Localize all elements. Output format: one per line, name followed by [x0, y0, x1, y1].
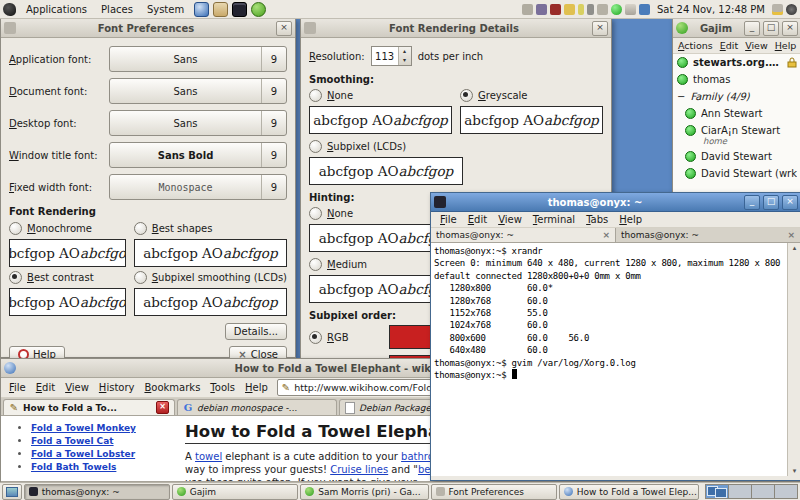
taskbar-item-sam-morris[interactable]: Sam Morris (pri) - Ga...: [300, 484, 428, 500]
close-window-button[interactable]: ×: [782, 195, 798, 210]
rgb-radio[interactable]: RGB: [309, 331, 381, 344]
tab-towel-elephant[interactable]: ✎ How to Fold a To... ×: [3, 399, 175, 415]
menu-edit[interactable]: Edit: [463, 213, 492, 226]
contact-row[interactable]: Ann Stewart: [673, 105, 800, 122]
menu-help[interactable]: Help: [240, 381, 273, 394]
scroll-down-icon[interactable]: ▾: [793, 466, 797, 476]
fixed-width-font-button[interactable]: Monospace 9: [109, 174, 287, 200]
terminal-titlebar[interactable]: thomas@onyx: ~ _ □ ×: [431, 193, 800, 212]
workspace-2[interactable]: [729, 485, 752, 498]
collapse-icon[interactable]: −: [677, 91, 685, 102]
subpixel-smoothing-radio[interactable]: Subpixel smoothing (LCDs): [134, 271, 287, 284]
menu-places[interactable]: Places: [95, 3, 139, 16]
minimize-window-button[interactable]: _: [744, 195, 760, 210]
menu-help[interactable]: Help: [614, 213, 647, 226]
related-link[interactable]: Fold Bath Towels: [31, 462, 116, 472]
terminal-tab-1[interactable]: thomas@onyx: ~ ×: [431, 228, 616, 242]
account-row[interactable]: stewarts.org.uk (1...: [673, 54, 800, 71]
folder-tray-icon[interactable]: [564, 4, 575, 15]
spin-down-icon[interactable]: ▾: [399, 56, 411, 65]
minimize-window-button[interactable]: _: [744, 21, 760, 36]
terminal-output[interactable]: thomas@onyx:~$ xrandr Screen 0: minimum …: [431, 243, 787, 476]
spin-up-icon[interactable]: ▴: [399, 47, 411, 56]
update-manager-icon[interactable]: [251, 2, 266, 17]
gnome-logo-icon[interactable]: [3, 3, 16, 16]
maximize-window-button[interactable]: □: [763, 195, 779, 210]
menu-view[interactable]: View: [493, 213, 527, 226]
menu-history[interactable]: History: [94, 381, 140, 394]
best-shapes-radio[interactable]: Best shapes: [134, 222, 287, 235]
taskbar-item-font-preferences[interactable]: Font Preferences: [431, 484, 557, 500]
document-font-button[interactable]: Sans 9: [109, 78, 287, 104]
terminal-tab-2[interactable]: thomas@onyx: ~ ×: [616, 228, 800, 242]
plug-tray-icon[interactable]: [587, 4, 594, 15]
menu-file[interactable]: File: [4, 381, 31, 394]
taskbar-item-iceweasel[interactable]: How to Fold a Towel Elep...: [559, 484, 699, 500]
workspace-4[interactable]: [775, 485, 797, 498]
menu-bookmarks[interactable]: Bookmarks: [139, 381, 205, 394]
tab-close-button[interactable]: ×: [156, 401, 169, 414]
workspace-1[interactable]: [706, 485, 729, 498]
printer-tray-icon[interactable]: [522, 4, 533, 15]
subpixel-lcds-radio[interactable]: Subpixel (LCDs): [309, 140, 603, 153]
gajim-titlebar[interactable]: Gajim _ □ ×: [673, 19, 800, 38]
menu-actions[interactable]: Actions: [675, 39, 716, 52]
scroll-up-icon[interactable]: ▴: [793, 243, 797, 253]
close-window-button[interactable]: ×: [276, 21, 292, 36]
gajim-status-tray-icon[interactable]: [611, 4, 622, 15]
menu-tools[interactable]: Tools: [205, 381, 240, 394]
details-button[interactable]: Details...: [225, 323, 287, 340]
terminal-launcher-icon[interactable]: [232, 2, 247, 17]
menu-edit[interactable]: Edit: [717, 39, 741, 52]
taskbar-item-terminal[interactable]: thomas@onyx: ~: [24, 484, 170, 500]
spinner-arrows[interactable]: ▴▾: [398, 47, 411, 65]
contact-row[interactable]: David Stewart (wrk: [673, 165, 800, 182]
mail-check-tray-icon[interactable]: [625, 4, 636, 15]
book-tray-icon[interactable]: [550, 4, 561, 15]
contact-row[interactable]: David Stewart: [673, 148, 800, 165]
resolution-spinner[interactable]: 113 ▴▾: [371, 46, 412, 66]
tab-close-icon[interactable]: ×: [787, 230, 795, 240]
font-details-titlebar[interactable]: Font Rendering Details ×: [301, 19, 611, 38]
best-contrast-radio[interactable]: Best contrast: [9, 271, 126, 284]
menu-edit[interactable]: Edit: [31, 381, 60, 394]
cruise-lines-link[interactable]: Cruise lines: [330, 464, 388, 475]
menu-file[interactable]: File: [435, 213, 462, 226]
greyscale-radio[interactable]: Greyscale: [460, 89, 603, 102]
taskbar-item-gajim[interactable]: Gajim: [172, 484, 298, 500]
lock-screen-icon[interactable]: [772, 4, 783, 15]
panel-clock[interactable]: Sat 24 Nov, 12:48 PM: [653, 4, 769, 15]
menu-terminal[interactable]: Terminal: [528, 213, 580, 226]
menu-tabs[interactable]: Tabs: [581, 213, 613, 226]
close-window-button[interactable]: ×: [782, 21, 798, 36]
close-window-button[interactable]: ×: [592, 21, 608, 36]
related-link[interactable]: Fold a Towel Cat: [31, 436, 114, 446]
volume-tray-icon[interactable]: [597, 4, 608, 15]
package-tray-icon[interactable]: [536, 4, 547, 15]
tab-close-icon[interactable]: ×: [602, 230, 610, 240]
contact-row[interactable]: thomas: [673, 71, 800, 88]
maximize-window-button[interactable]: □: [763, 21, 779, 36]
towel-link[interactable]: towel: [195, 451, 222, 462]
quit-power-icon[interactable]: [786, 4, 797, 15]
terminal-scrollbar[interactable]: ▴ ▾: [787, 243, 800, 476]
show-desktop-button[interactable]: [2, 484, 22, 500]
font-preferences-titlebar[interactable]: Font Preferences ×: [1, 19, 295, 38]
window-title-font-button[interactable]: Sans Bold 9: [109, 142, 287, 168]
menu-system[interactable]: System: [141, 3, 190, 16]
home-launcher-icon[interactable]: [213, 2, 228, 17]
network-monitor-tray-icon[interactable]: [639, 4, 650, 15]
menu-help[interactable]: Help: [772, 39, 800, 52]
group-row[interactable]: − Family (4/9): [673, 88, 800, 105]
workspace-switcher[interactable]: [705, 484, 798, 499]
menu-applications[interactable]: Applications: [20, 3, 93, 16]
related-link[interactable]: Fold a Towel Monkey: [31, 423, 136, 433]
browser-launcher-icon[interactable]: [194, 2, 209, 17]
tab-debian-monospace[interactable]: G debian monospace -...: [177, 399, 337, 415]
menu-view[interactable]: View: [742, 39, 771, 52]
application-font-button[interactable]: Sans 9: [109, 46, 287, 72]
menu-view[interactable]: View: [60, 381, 94, 394]
related-link[interactable]: Fold a Towel Lobster: [31, 449, 135, 459]
monochrome-radio[interactable]: Monochrome: [9, 222, 126, 235]
smoothing-none-radio[interactable]: None: [309, 89, 452, 102]
